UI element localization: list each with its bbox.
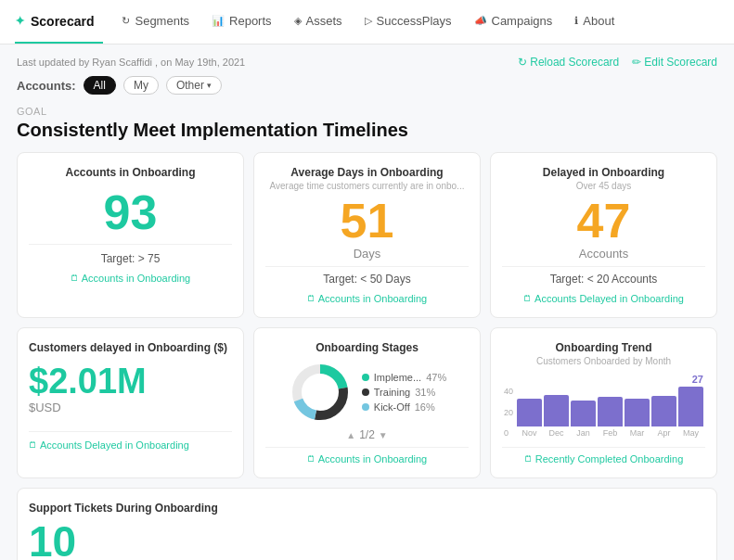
- navigation: ✦ Scorecard ↻ Segments 📊 Reports ◈ Asset…: [0, 0, 734, 45]
- card-onboarding-stages: Onboarding Stages Impleme...: [253, 327, 481, 478]
- card-target-accounts: Target: > 75: [29, 252, 232, 265]
- card-onboarding-trend: Onboarding Trend Customers Onboarded by …: [490, 327, 717, 478]
- card-delayed-target: Target: < 20 Accounts: [502, 273, 705, 286]
- card-avg-subtitle: Average time customers currently are in …: [265, 181, 469, 191]
- card-avg-target: Target: < 50 Days: [265, 273, 469, 286]
- bar-jan: Jan: [571, 387, 596, 438]
- donut-area: Impleme... 47% Training 31% Kick-Off 16%: [265, 360, 469, 425]
- card-support-tickets: Support Tickets During Onboarding 10: [17, 488, 717, 560]
- card-cust-title: Customers delayed in Onboarding ($): [29, 341, 232, 354]
- bar-mar: Mar: [625, 387, 650, 438]
- assets-icon: ◈: [294, 15, 302, 27]
- trend-link-icon: 🗒: [524, 454, 533, 464]
- card-delayed-title: Delayed in Onboarding: [502, 166, 705, 179]
- successplays-icon: ▷: [365, 15, 372, 27]
- filters-label: Accounts:: [17, 79, 76, 93]
- card-link-accounts[interactable]: 🗒 Accounts in Onboarding: [29, 273, 232, 284]
- max-value-label: 27: [692, 374, 703, 385]
- bar-nov: Nov: [517, 387, 542, 438]
- nav-item-successplays[interactable]: ▷ SuccessPlays: [354, 0, 463, 44]
- card-avg-title: Average Days in Onboarding: [265, 166, 469, 179]
- nav-item-segments[interactable]: ↻ Segments: [110, 0, 200, 44]
- bar-may: May: [678, 387, 703, 438]
- top-actions: ↻ Reload Scorecard ✏ Edit Scorecard: [518, 56, 717, 69]
- reload-link[interactable]: ↻ Reload Scorecard: [518, 56, 619, 69]
- card-trend-subtitle: Customers Onboarded by Month: [502, 356, 705, 366]
- bar-apr: Apr: [651, 387, 676, 438]
- segments-icon: ↻: [122, 15, 130, 27]
- triangle-icon: ▲: [346, 430, 355, 440]
- card-trend-title: Onboarding Trend: [502, 341, 705, 354]
- bar-chart-area: 27 40 20 0 Nov Dec: [502, 370, 705, 441]
- card-avg-days: Average Days in Onboarding Average time …: [253, 152, 481, 318]
- last-updated-text: Last updated by Ryan Scaffidi , on May 1…: [17, 57, 245, 68]
- edit-icon: ✏: [632, 56, 641, 69]
- delayed-link-icon: 🗒: [523, 294, 532, 303]
- card-support-value: 10: [29, 520, 705, 560]
- nav-item-campaigns[interactable]: 📣 Campaigns: [463, 0, 564, 44]
- card-cust-value: $2.01M: [29, 363, 232, 399]
- cards-row-3: Support Tickets During Onboarding 10: [17, 488, 717, 560]
- bar-feb: Feb: [598, 387, 623, 438]
- goal-label: GOAL: [17, 106, 717, 117]
- trend-link[interactable]: 🗒 Recently Completed Onboarding: [502, 453, 705, 465]
- card-support-title: Support Tickets During Onboarding: [29, 502, 705, 515]
- card-avg-value: 51: [265, 197, 469, 245]
- card-title: Accounts in Onboarding: [29, 166, 232, 179]
- card-value-accounts: 93: [29, 188, 232, 236]
- nav-item-reports[interactable]: 📊 Reports: [200, 0, 283, 44]
- legend-item-2: Kick-Off 16%: [362, 401, 446, 413]
- card-delayed-unit: Accounts: [502, 247, 705, 261]
- card-delayed-value: 47: [502, 197, 705, 245]
- card-stages-title: Onboarding Stages: [265, 341, 469, 354]
- bar-dec: Dec: [544, 387, 569, 438]
- edit-link[interactable]: ✏ Edit Scorecard: [632, 56, 717, 69]
- nav-logo[interactable]: ✦ Scorecard: [15, 0, 103, 44]
- about-icon: ℹ: [574, 15, 578, 27]
- avg-link-icon: 🗒: [307, 294, 315, 303]
- chevron-down-icon: ▾: [207, 81, 212, 90]
- card-cust-unit: $USD: [29, 401, 232, 414]
- card-avg-link[interactable]: 🗒 Accounts in Onboarding: [265, 293, 469, 304]
- card-delayed: Delayed in Onboarding Over 45 days 47 Ac…: [490, 152, 717, 318]
- filter-all[interactable]: All: [84, 76, 116, 95]
- scorecard-icon: ✦: [15, 14, 25, 28]
- nav-logo-label: Scorecard: [31, 14, 94, 29]
- card-customers-delayed: Customers delayed in Onboarding ($) $2.0…: [17, 327, 244, 478]
- card-avg-unit: Days: [265, 247, 469, 261]
- nav-item-assets[interactable]: ◈ Assets: [283, 0, 354, 44]
- donut-legend: Impleme... 47% Training 31% Kick-Off 16%: [362, 372, 446, 413]
- donut-chart: [288, 360, 353, 425]
- goal-title: Consistently Meet Implementation Timelin…: [17, 120, 717, 141]
- reload-icon: ↻: [518, 56, 527, 69]
- filter-other[interactable]: Other ▾: [166, 76, 222, 95]
- card-cust-link[interactable]: 🗒 Accounts Delayed in Onboarding: [29, 439, 232, 451]
- main-content: Last updated by Ryan Scaffidi , on May 1…: [0, 45, 734, 560]
- stages-link[interactable]: 🗒 Accounts in Onboarding: [265, 453, 469, 465]
- cust-link-icon: 🗒: [29, 440, 37, 450]
- triangle-down-icon: ▼: [379, 430, 388, 440]
- legend-item-1: Training 31%: [362, 387, 446, 398]
- filter-my[interactable]: My: [123, 76, 159, 95]
- stacked-indicator: ▲ 1/2 ▼: [265, 428, 469, 441]
- card-link-icon: 🗒: [71, 274, 79, 283]
- legend-item-0: Impleme... 47%: [362, 372, 446, 383]
- stages-link-icon: 🗒: [307, 454, 315, 464]
- cards-row-1: Accounts in Onboarding 93 Target: > 75 🗒…: [17, 152, 717, 318]
- card-delayed-subtitle: Over 45 days: [502, 181, 705, 191]
- reports-icon: 📊: [212, 15, 225, 27]
- campaigns-icon: 📣: [474, 15, 487, 27]
- card-onboarding-accounts: Accounts in Onboarding 93 Target: > 75 🗒…: [17, 152, 244, 318]
- card-delayed-link[interactable]: 🗒 Accounts Delayed in Onboarding: [502, 293, 705, 304]
- account-filters: Accounts: All My Other ▾: [17, 76, 717, 95]
- nav-item-about[interactable]: ℹ About: [563, 0, 625, 44]
- cards-row-2: Customers delayed in Onboarding ($) $2.0…: [17, 327, 717, 478]
- top-bar: Last updated by Ryan Scaffidi , on May 1…: [17, 56, 717, 69]
